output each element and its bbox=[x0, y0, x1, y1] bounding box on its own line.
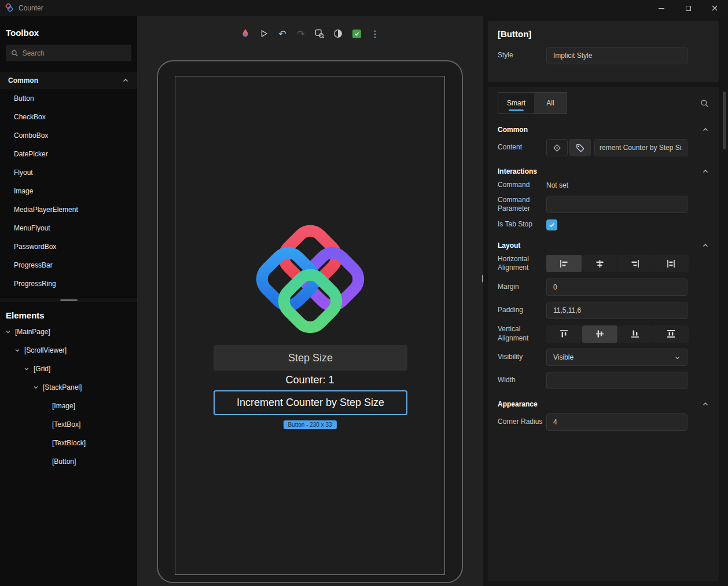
app-window: Counter Toolbox Common Button CheckBox C… bbox=[0, 0, 728, 586]
toolbox-search[interactable] bbox=[6, 45, 131, 61]
counter-textblock[interactable]: Counter: 1 bbox=[175, 374, 444, 386]
redo-icon: ↷ bbox=[297, 28, 304, 39]
toolbox-item-mediaplayerelement[interactable]: MediaPlayerElement bbox=[0, 200, 137, 219]
align-center-v-button[interactable] bbox=[582, 325, 617, 343]
titlebar: Counter bbox=[0, 0, 728, 16]
minimize-icon bbox=[659, 8, 664, 9]
toolbox-item-button[interactable]: Button bbox=[0, 89, 137, 108]
toolbox-item-passwordbox[interactable]: PasswordBox bbox=[0, 237, 137, 256]
uno-platform-logo[interactable] bbox=[247, 215, 374, 343]
align-left-button[interactable] bbox=[546, 255, 582, 272]
maximize-icon bbox=[686, 6, 691, 11]
horizontal-alignment-label: Horizontal Alignment bbox=[498, 255, 546, 273]
toolbox-search-input[interactable] bbox=[23, 49, 126, 57]
device-frame: Step Size Counter: 1 Increment Counter b… bbox=[157, 60, 463, 583]
panel-scrollbar[interactable] bbox=[723, 91, 726, 149]
toolbox-item-progressring[interactable]: ProgressRing bbox=[0, 274, 137, 293]
more-options-button[interactable]: ⋮ bbox=[367, 26, 383, 41]
literal-mode-button[interactable] bbox=[569, 139, 591, 156]
inspect-button[interactable] bbox=[312, 26, 327, 41]
tab-smart[interactable]: Smart bbox=[498, 93, 534, 113]
undo-button[interactable]: ↶ bbox=[275, 26, 290, 41]
increment-button[interactable]: Increment Counter by Step Size bbox=[214, 390, 407, 415]
align-left-icon bbox=[559, 259, 569, 269]
status-check-button[interactable] bbox=[349, 26, 364, 41]
visibility-value: Visible bbox=[553, 353, 573, 361]
corner-radius-input[interactable] bbox=[546, 413, 687, 431]
toolbox-item-image[interactable]: Image bbox=[0, 182, 137, 200]
tree-item-button[interactable]: [Button] bbox=[0, 452, 137, 471]
chevron-up-icon bbox=[122, 77, 129, 84]
toolbox-item-menuflyout[interactable]: MenuFlyout bbox=[0, 219, 137, 237]
align-center-h-button[interactable] bbox=[582, 255, 617, 272]
style-row: Style bbox=[498, 47, 709, 64]
horizontal-alignment-row: Horizontal Alignment bbox=[498, 255, 709, 273]
align-right-button[interactable] bbox=[618, 255, 653, 272]
tree-item-label: [MainPage] bbox=[15, 328, 50, 336]
elements-title: Elements bbox=[6, 310, 137, 320]
binding-mode-button[interactable] bbox=[546, 139, 568, 156]
is-tab-stop-label: Is Tab Stop bbox=[498, 220, 546, 229]
tree-item-textblock[interactable]: [TextBlock] bbox=[0, 434, 137, 452]
sidebar-splitter[interactable] bbox=[0, 298, 137, 302]
width-input[interactable] bbox=[546, 372, 687, 389]
command-parameter-input[interactable] bbox=[546, 196, 687, 213]
tree-item-image[interactable]: [Image] bbox=[0, 397, 137, 415]
tree-item-grid[interactable]: [Grid] bbox=[0, 360, 137, 378]
command-parameter-row: Command Parameter bbox=[498, 196, 709, 214]
align-stretch-v-button[interactable] bbox=[653, 325, 689, 343]
command-value[interactable]: Not set bbox=[546, 181, 568, 189]
margin-input[interactable] bbox=[546, 279, 687, 296]
selected-element-title: [Button] bbox=[498, 29, 709, 39]
minimize-button[interactable] bbox=[648, 0, 675, 16]
style-input[interactable] bbox=[546, 47, 687, 64]
play-button[interactable] bbox=[256, 26, 271, 41]
redo-button[interactable]: ↷ bbox=[293, 26, 308, 41]
chevron-up-icon bbox=[702, 242, 709, 249]
visibility-dropdown[interactable]: Visible bbox=[546, 349, 687, 366]
toolbox-item-combobox[interactable]: ComboBox bbox=[0, 126, 137, 145]
padding-row: Padding bbox=[498, 302, 709, 319]
toolbox-item-checkbox[interactable]: CheckBox bbox=[0, 108, 137, 126]
tab-group: Smart All bbox=[498, 92, 567, 114]
padding-label: Padding bbox=[498, 306, 546, 315]
properties-search-button[interactable] bbox=[700, 99, 709, 108]
toolbox-item-progressbar[interactable]: ProgressBar bbox=[0, 256, 137, 274]
binding-icon bbox=[553, 144, 561, 152]
align-stretch-h-button[interactable] bbox=[653, 255, 689, 272]
section-header-interactions[interactable]: Interactions bbox=[498, 163, 709, 180]
tree-item-scrollviewer[interactable]: [ScrollViewer] bbox=[0, 341, 137, 360]
toolbox-section-common[interactable]: Common bbox=[0, 72, 137, 89]
margin-row: Margin bbox=[498, 279, 709, 296]
padding-input[interactable] bbox=[546, 302, 687, 319]
chevron-down-icon bbox=[23, 366, 30, 372]
align-center-v-icon bbox=[595, 329, 605, 339]
toolbox-item-flyout[interactable]: Flyout bbox=[0, 163, 137, 182]
theme-toggle-button[interactable] bbox=[330, 26, 345, 41]
align-top-button[interactable] bbox=[546, 325, 582, 343]
content-input[interactable] bbox=[594, 139, 687, 156]
tree-item-mainpage[interactable]: [MainPage] bbox=[0, 323, 137, 341]
section-header-common[interactable]: Common bbox=[498, 122, 709, 138]
properties-tabs: Smart All bbox=[498, 91, 709, 115]
tab-all[interactable]: All bbox=[534, 93, 567, 113]
tree-item-label: [StackPanel] bbox=[43, 383, 82, 391]
window-title: Counter bbox=[19, 4, 43, 12]
tree-item-label: [Button] bbox=[52, 457, 76, 466]
is-tab-stop-checkbox[interactable] bbox=[546, 219, 557, 230]
stepsize-textbox[interactable]: Step Size bbox=[214, 345, 407, 371]
tree-item-label: [ScrollViewer] bbox=[24, 346, 67, 354]
tree-item-stackpanel[interactable]: [StackPanel] bbox=[0, 378, 137, 397]
close-button[interactable] bbox=[701, 0, 728, 16]
tree-item-textbox[interactable]: [TextBox] bbox=[0, 415, 137, 434]
toolbox-item-datepicker[interactable]: DatePicker bbox=[0, 145, 137, 163]
align-bottom-button[interactable] bbox=[618, 325, 653, 343]
toolbox-title: Toolbox bbox=[6, 28, 137, 38]
section-header-layout[interactable]: Layout bbox=[498, 237, 709, 254]
hot-design-flame-button[interactable] bbox=[238, 26, 253, 41]
maximize-button[interactable] bbox=[675, 0, 701, 16]
align-bottom-icon bbox=[630, 329, 640, 339]
tree-item-label: [Grid] bbox=[34, 365, 50, 373]
undo-icon: ↶ bbox=[278, 28, 286, 39]
section-header-appearance[interactable]: Appearance bbox=[498, 396, 709, 412]
